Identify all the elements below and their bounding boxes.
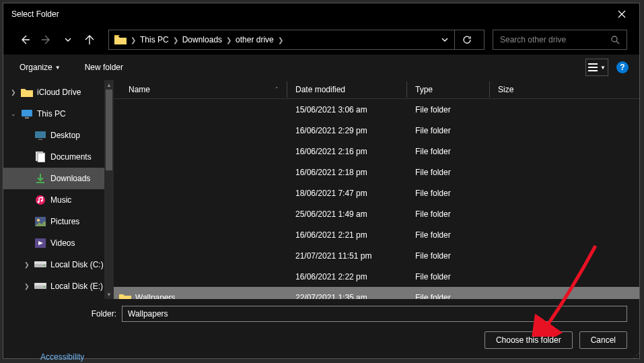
sidebar-item-local-disk-c-[interactable]: ❯ Local Disk (C:) — [3, 254, 114, 275]
breadcrumb-item[interactable]: other drive — [236, 35, 274, 44]
sidebar-item-local-disk-e-[interactable]: ❯ Local Disk (E:) — [3, 275, 114, 297]
search-input[interactable] — [500, 35, 610, 44]
column-date-modified[interactable]: Date modified — [287, 81, 407, 98]
file-row[interactable]: 18/06/2021 7:47 pm File folder — [114, 183, 639, 203]
cell-type: File folder — [407, 189, 490, 198]
file-row[interactable]: 21/07/2021 11:51 pm File folder — [114, 245, 639, 266]
search-bar[interactable] — [493, 30, 627, 50]
tree-item-label: Downloads — [50, 174, 90, 183]
cell-date: 15/06/2021 3:06 am — [287, 105, 407, 114]
refresh-button[interactable] — [454, 30, 478, 50]
svg-point-12 — [38, 201, 40, 203]
sidebar-item-icloud-drive[interactable]: ❯ iCloud Drive — [3, 81, 114, 103]
svg-rect-1 — [588, 63, 598, 65]
back-button[interactable] — [15, 30, 34, 49]
sidebar-item-this-pc[interactable]: ⌄ This PC — [3, 103, 114, 125]
file-row[interactable]: 16/06/2021 2:16 pm File folder — [114, 141, 639, 162]
pictures-icon — [34, 216, 46, 227]
main-content: ❯ iCloud Drive⌄ This PC Desktop Document… — [3, 80, 639, 299]
folder-input-row: Folder: — [15, 306, 627, 322]
svg-rect-7 — [38, 139, 42, 140]
up-button[interactable] — [80, 30, 99, 49]
organize-button[interactable]: Organize ▼ — [14, 60, 66, 75]
breadcrumb-item[interactable]: Downloads — [182, 35, 222, 44]
column-name[interactable]: Name ˄ — [114, 81, 287, 98]
file-row[interactable]: 16/06/2021 2:22 pm File folder — [114, 266, 639, 287]
close-button[interactable] — [612, 5, 631, 24]
tree-item-label: Desktop — [50, 131, 80, 140]
scroll-down-icon[interactable]: ▼ — [104, 290, 114, 299]
tree-item-label: Videos — [50, 238, 75, 248]
file-rows: 15/06/2021 3:06 am File folder 16/06/202… — [114, 99, 639, 299]
dialog-title: Select Folder — [11, 9, 612, 19]
cell-date: 16/06/2021 2:18 pm — [287, 168, 407, 177]
scroll-up-icon[interactable]: ▲ — [104, 80, 114, 90]
dropdown-arrow-icon: ▼ — [55, 65, 61, 71]
tree-item-label: iCloud Drive — [37, 88, 81, 97]
sidebar-scrollbar[interactable]: ▲ ▼ — [104, 80, 114, 299]
chevron-right-icon: ❯ — [278, 36, 283, 44]
file-row[interactable]: Wallpapers 22/07/2021 1:35 am File folde… — [114, 287, 639, 299]
downloads-icon — [34, 173, 46, 184]
cancel-button[interactable]: Cancel — [579, 331, 627, 349]
choose-folder-button[interactable]: Choose this folder — [485, 331, 573, 349]
column-size[interactable]: Size — [490, 81, 639, 98]
folder-name-input[interactable] — [122, 306, 627, 322]
cell-type: File folder — [407, 230, 490, 240]
scrollbar-thumb[interactable] — [106, 90, 112, 170]
address-dropdown[interactable] — [441, 36, 449, 44]
sidebar-item-pictures[interactable]: Pictures — [3, 211, 114, 232]
tree-item-label: This PC — [37, 109, 66, 119]
cell-type: File folder — [407, 272, 490, 282]
view-options-button[interactable]: ▼ — [585, 59, 608, 76]
file-row[interactable]: 25/06/2021 1:49 am File folder — [114, 203, 639, 224]
sidebar-item-music[interactable]: Music — [3, 189, 114, 211]
column-type[interactable]: Type — [407, 81, 490, 98]
cell-date: 16/06/2021 2:22 pm — [287, 272, 407, 282]
forward-button[interactable] — [37, 30, 56, 49]
breadcrumb: ❯ This PC ❯ Downloads ❯ other drive ❯ — [114, 35, 435, 44]
file-row[interactable]: 16/06/2021 2:29 pm File folder — [114, 120, 639, 141]
file-row[interactable]: 16/06/2021 2:18 pm File folder — [114, 162, 639, 183]
chevron-right-icon: ❯ — [131, 36, 136, 44]
folder-icon — [114, 35, 127, 44]
tree-item-label: Pictures — [50, 217, 79, 226]
cell-name: Wallpapers — [114, 293, 287, 300]
navigation-bar: ❯ This PC ❯ Downloads ❯ other drive ❯ — [3, 25, 639, 55]
address-bar[interactable]: ❯ This PC ❯ Downloads ❯ other drive ❯ — [108, 30, 485, 50]
refresh-icon — [462, 35, 472, 44]
arrow-left-icon — [20, 34, 30, 45]
sidebar-item-documents[interactable]: Documents — [3, 146, 114, 168]
file-row[interactable]: 15/06/2021 3:06 am File folder — [114, 99, 639, 120]
recent-dropdown[interactable] — [59, 30, 77, 49]
chevron-right-icon: ❯ — [10, 89, 17, 96]
pc-icon — [21, 108, 33, 119]
cell-type: File folder — [407, 251, 490, 261]
svg-point-0 — [612, 36, 617, 42]
sidebar-item-videos[interactable]: Videos — [3, 232, 114, 254]
music-icon — [34, 195, 46, 205]
svg-rect-9 — [38, 153, 45, 162]
sidebar-item-downloads[interactable]: Downloads — [3, 168, 114, 189]
svg-rect-5 — [25, 117, 29, 119]
sidebar-item-desktop[interactable]: Desktop — [3, 125, 114, 146]
documents-icon — [34, 152, 46, 162]
file-row[interactable]: 16/06/2021 2:21 pm File folder — [114, 224, 639, 245]
resize-grip-icon[interactable]: ⋰ — [633, 352, 640, 359]
svg-rect-2 — [588, 67, 598, 68]
svg-rect-4 — [22, 110, 32, 117]
help-button[interactable]: ? — [616, 61, 629, 73]
sort-ascending-icon: ˄ — [275, 86, 279, 93]
accessibility-link: Accessibility — [40, 352, 84, 362]
titlebar: Select Folder — [3, 3, 639, 25]
file-list: Name ˄ Date modified Type Size 15/06/202… — [114, 80, 639, 299]
select-folder-dialog: Select Folder ❯ This PC ❯ Downloads ❯ — [3, 3, 640, 359]
chevron-down-icon — [64, 36, 72, 44]
cell-date: 22/07/2021 1:35 am — [287, 293, 407, 300]
cell-type: File folder — [407, 293, 490, 300]
help-icon: ? — [620, 63, 624, 72]
search-icon — [610, 35, 620, 44]
cell-type: File folder — [407, 168, 490, 177]
breadcrumb-item[interactable]: This PC — [140, 35, 169, 44]
new-folder-button[interactable]: New folder — [79, 60, 129, 75]
